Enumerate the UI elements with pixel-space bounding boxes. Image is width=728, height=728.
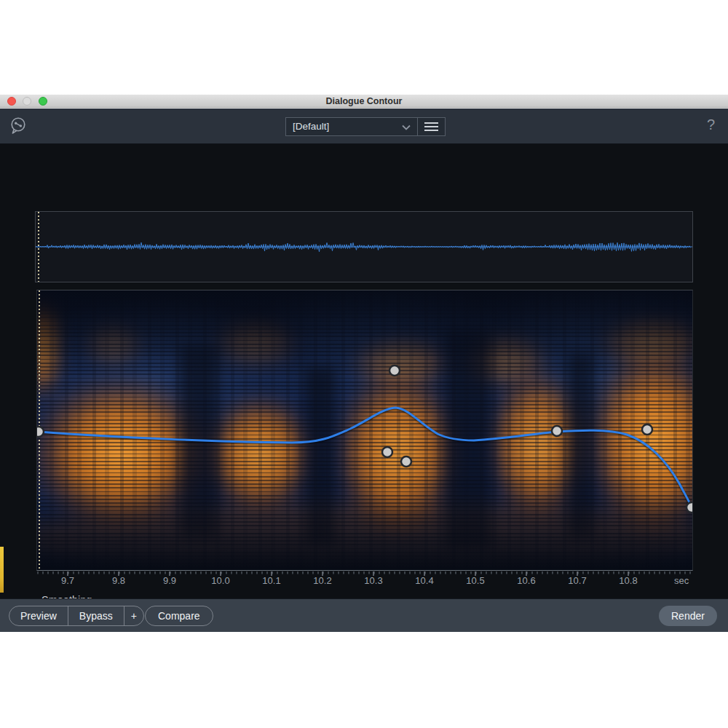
bypass-button[interactable]: Bypass	[68, 606, 124, 625]
waveform-plot	[36, 212, 692, 282]
contour-control-point[interactable]	[382, 447, 392, 457]
contour-control-point[interactable]	[642, 424, 652, 435]
hamburger-icon	[424, 122, 438, 124]
contour-control-point[interactable]	[552, 426, 562, 436]
selection-boundary-line	[38, 212, 39, 282]
dialogue-contour-icon	[9, 116, 28, 136]
transport-segmented-control: Preview Bypass +	[9, 606, 144, 626]
time-tick-label: 10.6	[517, 575, 535, 586]
screen: Dialogue Contour [Default]	[0, 0, 728, 728]
time-tick-label: 10.0	[211, 575, 229, 586]
chevron-down-icon	[402, 124, 411, 130]
contour-control-point[interactable]	[687, 502, 693, 513]
contour-curve[interactable]	[39, 408, 692, 507]
spectrogram-view[interactable]	[36, 290, 693, 571]
preset-dropdown[interactable]: [Default]	[286, 118, 417, 135]
add-button[interactable]: +	[124, 606, 143, 625]
time-tick-label: 9.9	[163, 575, 176, 586]
time-tick-label: 10.2	[313, 575, 331, 586]
preset-group: [Default]	[285, 117, 446, 136]
toolbar: [Default] ?	[0, 108, 728, 144]
contour-curve-layer	[37, 290, 693, 571]
preset-menu-button[interactable]	[418, 118, 445, 135]
time-tick-label: 9.7	[61, 575, 74, 586]
time-tick-label: 10.3	[364, 575, 382, 586]
time-tick-label: 10.7	[568, 575, 586, 586]
edge-highlight-strip	[0, 547, 4, 593]
preset-value: [Default]	[293, 121, 329, 132]
preview-button[interactable]: Preview	[9, 606, 68, 625]
contour-control-point[interactable]	[401, 456, 411, 467]
titlebar: Dialogue Contour	[0, 95, 728, 108]
contour-control-point[interactable]	[389, 365, 400, 376]
time-tick-label: 10.5	[466, 575, 484, 586]
window-title: Dialogue Contour	[0, 95, 728, 108]
time-tick-label: 10.4	[415, 575, 433, 586]
render-button[interactable]: Render	[659, 606, 717, 626]
time-tick-label: 10.8	[619, 575, 637, 586]
main-body: 9.79.89.910.010.110.210.310.410.510.610.…	[0, 144, 728, 598]
dialogue-contour-window: Dialogue Contour [Default]	[0, 95, 728, 632]
time-tick-label: 10.1	[262, 575, 280, 586]
time-axis-unit: sec	[674, 575, 689, 586]
footer-bar: Preview Bypass + Compare Render	[0, 598, 728, 632]
time-axis-labels: 9.79.89.910.010.110.210.310.410.510.610.…	[36, 575, 693, 588]
compare-button[interactable]: Compare	[145, 606, 213, 626]
help-icon[interactable]: ?	[707, 116, 715, 133]
contour-control-point[interactable]	[37, 427, 44, 437]
waveform-overview[interactable]	[35, 211, 693, 282]
time-tick-label: 9.8	[112, 575, 125, 586]
